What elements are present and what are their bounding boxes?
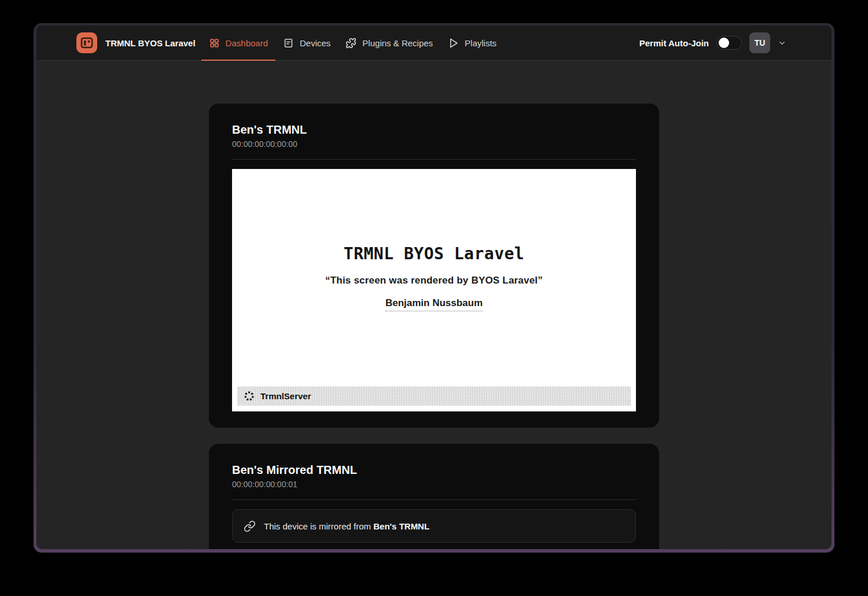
screen-footer-label: TrmnlServer <box>260 391 311 401</box>
tab-label: Dashboard <box>226 38 268 48</box>
screen-title: TRMNL BYOS Laravel <box>232 169 636 263</box>
device-name: Ben's TRMNL <box>232 122 636 137</box>
device-card-bens-mirrored-trmnl: Ben's Mirrored TRMNL 00:00:00:00:00:01 T… <box>209 444 659 549</box>
tab-label: Plugins & Recipes <box>362 38 433 48</box>
screen-footer-bar: TrmnlServer <box>237 387 631 406</box>
tab-dashboard[interactable]: Dashboard <box>201 25 275 60</box>
device-name: Ben's Mirrored TRMNL <box>232 462 636 477</box>
toggle-knob <box>719 38 729 48</box>
device-mac-address: 00:00:00:00:00:00 <box>232 138 636 150</box>
divider <box>232 159 636 160</box>
user-avatar[interactable]: TU <box>749 32 770 53</box>
spinner-icon <box>244 391 255 402</box>
navbar-right: Permit Auto-Join TU <box>639 25 786 60</box>
main-content: Ben's TRMNL 00:00:00:00:00:00 TRMNL BYOS… <box>36 61 832 549</box>
device-card-bens-trmnl: Ben's TRMNL 00:00:00:00:00:00 TRMNL BYOS… <box>209 104 659 428</box>
permit-auto-join-toggle[interactable] <box>716 36 742 50</box>
divider <box>232 499 636 500</box>
screen-author-row: Benjamin Nussbaum <box>232 297 636 311</box>
device-mac-address: 00:00:00:00:00:01 <box>232 479 636 490</box>
tab-plugins-recipes[interactable]: Plugins & Recipes <box>338 25 440 60</box>
device-screen-preview: TRMNL BYOS Laravel “This screen was rend… <box>232 169 636 411</box>
link-icon <box>244 520 256 532</box>
play-icon <box>448 38 459 49</box>
grid-icon <box>209 38 220 49</box>
trmnl-logo-icon <box>76 32 97 53</box>
mirror-notice: This device is mirrored from Ben's TRMNL <box>232 509 636 543</box>
app-window-frame: TRMNL BYOS Laravel Dashboard <box>34 23 834 553</box>
mirror-notice-prefix: This device is mirrored from <box>264 521 373 531</box>
tab-devices[interactable]: Devices <box>275 25 338 60</box>
nav-tabs: Dashboard Devices <box>201 25 505 60</box>
mirror-source-device: Ben's TRMNL <box>373 521 429 531</box>
tab-playlists[interactable]: Playlists <box>440 25 504 60</box>
app-title: TRMNL BYOS Laravel <box>105 38 196 48</box>
device-list-icon <box>283 38 294 49</box>
tab-label: Playlists <box>465 38 496 48</box>
permit-auto-join-label: Permit Auto-Join <box>639 38 709 48</box>
app-window: TRMNL BYOS Laravel Dashboard <box>36 25 832 549</box>
chevron-down-icon[interactable] <box>778 39 786 47</box>
screen-author: Benjamin Nussbaum <box>385 297 483 311</box>
puzzle-icon <box>345 38 356 49</box>
tab-label: Devices <box>300 38 330 48</box>
navbar: TRMNL BYOS Laravel Dashboard <box>36 25 832 61</box>
screen-quote: “This screen was rendered by BYOS Larave… <box>232 275 636 286</box>
mirror-notice-text: This device is mirrored from Ben's TRMNL <box>264 521 429 531</box>
brand: TRMNL BYOS Laravel <box>76 25 196 60</box>
